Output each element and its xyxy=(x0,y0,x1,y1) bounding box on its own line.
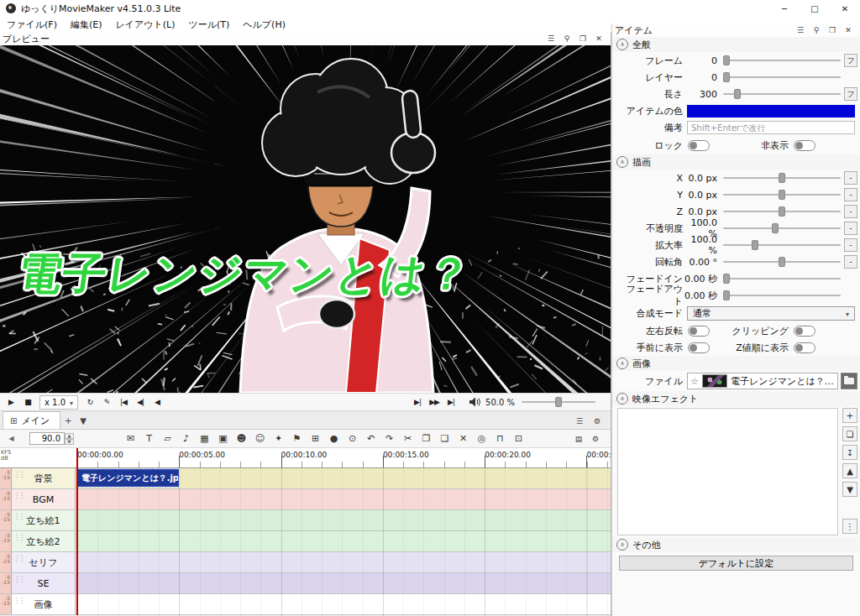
text-item-icon[interactable]: T xyxy=(141,431,157,446)
undo-icon[interactable]: ↶ xyxy=(363,431,379,446)
record-icon[interactable]: ● xyxy=(326,431,342,446)
redo-icon[interactable]: ↷ xyxy=(381,431,397,446)
pin-icon[interactable]: ⚲ xyxy=(811,26,821,34)
length-value[interactable]: 300 xyxy=(683,89,721,100)
magnet-icon[interactable]: ⊓ xyxy=(492,431,508,446)
slider-handle[interactable] xyxy=(734,89,741,99)
slider-handle[interactable] xyxy=(779,206,785,217)
track-label-cell[interactable]: 立ち絵1 xyxy=(12,510,76,530)
slider-handle[interactable] xyxy=(779,257,785,267)
drag-handle-icon[interactable] xyxy=(13,534,24,541)
copy-icon[interactable]: ❐ xyxy=(418,431,434,446)
zoom-icon[interactable]: ◎ xyxy=(474,431,490,446)
range-draw-icon[interactable]: ✎ xyxy=(99,395,114,409)
spin-down-icon[interactable] xyxy=(65,439,74,445)
level-value[interactable]: 90.0 xyxy=(29,432,65,445)
blend-mode-select[interactable]: 通常 xyxy=(687,306,855,321)
y-param-button[interactable]: - xyxy=(844,188,857,201)
tachie-item-icon[interactable]: ☻ xyxy=(233,431,249,446)
volume-slider-handle[interactable] xyxy=(555,397,562,407)
panel-menu-icon[interactable]: ☰ xyxy=(546,34,556,43)
drag-handle-icon[interactable] xyxy=(13,597,24,604)
slider-handle[interactable] xyxy=(752,240,758,250)
drag-handle-icon[interactable] xyxy=(13,492,24,499)
maximize-button[interactable]: □ xyxy=(800,0,830,17)
pin-icon[interactable]: ⚲ xyxy=(562,34,572,43)
note-input[interactable] xyxy=(687,121,855,134)
z-value[interactable]: 0.0 px xyxy=(683,206,721,217)
set-default-button[interactable]: デフォルトに設定 xyxy=(619,556,853,571)
step-back-icon[interactable]: ◀ xyxy=(149,395,165,409)
fadein-value[interactable]: 0.00 秒 xyxy=(683,273,721,285)
stop-icon[interactable]: ■ xyxy=(20,395,35,409)
timeline-settings-icon[interactable]: ⚙ xyxy=(592,417,602,425)
repeat-icon[interactable]: ↻ xyxy=(82,395,97,409)
track-label-cell[interactable]: SE xyxy=(12,573,76,593)
track-content[interactable] xyxy=(76,510,611,530)
track-content[interactable] xyxy=(76,552,611,572)
scale-slider[interactable] xyxy=(723,239,841,251)
toolbar-more-icon[interactable]: ⚙ xyxy=(590,435,600,443)
video-effects-list[interactable] xyxy=(617,408,838,535)
paste-effect-icon[interactable]: ❏ xyxy=(842,426,857,441)
close-panel-icon[interactable]: ✕ xyxy=(594,34,604,43)
close-panel-icon[interactable]: ✕ xyxy=(843,26,853,34)
track-label-cell[interactable]: 立ち絵2 xyxy=(12,531,76,551)
scene-icon[interactable]: ⚑ xyxy=(289,431,305,446)
seek-start-icon[interactable]: |◀ xyxy=(116,395,131,409)
track-content[interactable] xyxy=(76,531,611,551)
move-up-icon[interactable]: ▲ xyxy=(842,463,857,478)
comment-icon[interactable]: ✉ xyxy=(123,431,139,446)
display-mode-icon[interactable]: ▤ xyxy=(574,435,584,443)
fadeout-value[interactable]: 0.00 秒 xyxy=(683,290,721,302)
section-general[interactable]: 全般 xyxy=(612,37,860,52)
slider-handle[interactable] xyxy=(772,223,779,233)
length-slider[interactable] xyxy=(723,88,841,100)
zorder-toggle[interactable] xyxy=(794,342,815,353)
section-other[interactable]: その他 xyxy=(612,537,860,552)
layer-value[interactable]: 0 xyxy=(683,72,721,83)
audio-item-icon[interactable]: ♪ xyxy=(178,431,194,446)
menu-file[interactable]: ファイル(F) xyxy=(0,18,64,31)
lock-toggle[interactable] xyxy=(688,140,710,151)
frame-value[interactable]: 0 xyxy=(683,55,721,66)
cut-icon[interactable]: ✂ xyxy=(400,431,416,446)
lock-icon[interactable]: ⊡ xyxy=(511,431,527,446)
z-param-button[interactable]: - xyxy=(844,205,857,218)
paste-icon[interactable]: ❏ xyxy=(437,431,453,446)
group-icon[interactable]: ⊞ xyxy=(307,431,323,446)
play-icon[interactable]: ▶ xyxy=(3,395,18,409)
prev-frame-icon[interactable]: ◀| xyxy=(133,395,148,409)
rotation-value[interactable]: 0.00 ° xyxy=(683,257,721,268)
effect-item-icon[interactable]: ✦ xyxy=(270,431,286,446)
effects-menu-icon[interactable]: ⋮ xyxy=(842,519,857,534)
track-content[interactable]: 電子レンジマンとは？.jpg xyxy=(76,468,611,488)
voice-item-icon[interactable]: ☺ xyxy=(252,431,268,446)
add-tab-button[interactable]: + xyxy=(60,413,76,428)
y-slider[interactable] xyxy=(723,189,841,201)
slider-handle[interactable] xyxy=(723,290,730,300)
opacity-param-button[interactable]: - xyxy=(844,222,857,235)
section-image[interactable]: 画像 xyxy=(612,356,860,371)
speaker-icon[interactable] xyxy=(469,397,480,407)
seek-end-icon[interactable]: ▶| xyxy=(443,395,459,409)
scale-value[interactable]: 100.0 % xyxy=(683,234,721,256)
timeline-clip[interactable]: 電子レンジマンとは？.jpg xyxy=(77,469,179,487)
rotation-slider[interactable] xyxy=(723,256,841,268)
track-label-cell[interactable]: セリフ xyxy=(12,552,76,572)
frame-unit-button[interactable]: フ xyxy=(844,54,857,67)
menu-layout[interactable]: レイアウト(L) xyxy=(109,18,182,31)
playback-speed-select[interactable]: x 1.0 xyxy=(39,395,78,410)
preview-canvas[interactable]: 電子レンジマンとは？ xyxy=(0,45,611,393)
layer-slider[interactable] xyxy=(723,71,841,83)
delete-icon[interactable]: ✕ xyxy=(455,431,471,446)
slider-handle[interactable] xyxy=(779,173,785,183)
flip-toggle[interactable] xyxy=(688,326,710,337)
minimize-button[interactable]: ─ xyxy=(769,0,800,17)
collapse-meter-icon[interactable] xyxy=(3,431,19,446)
close-button[interactable]: ✕ xyxy=(830,0,860,17)
x-slider[interactable] xyxy=(723,172,841,184)
menu-tools[interactable]: ツール(T) xyxy=(182,18,237,31)
fast-forward-icon[interactable]: ▶▶ xyxy=(427,395,442,409)
browse-folder-button[interactable] xyxy=(841,373,857,389)
